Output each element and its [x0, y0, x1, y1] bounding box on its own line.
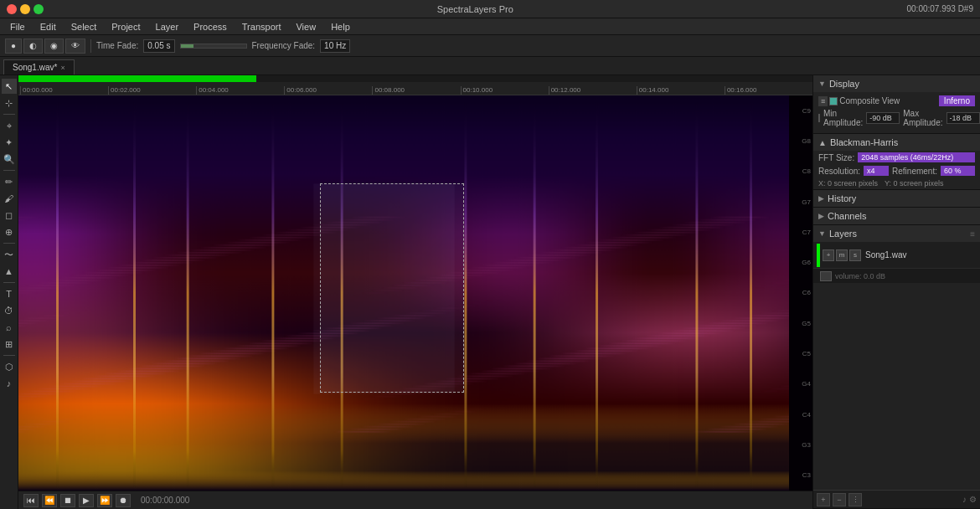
menu-help[interactable]: Help	[324, 20, 357, 33]
tab-song1[interactable]: Song1.wav* ×	[3, 59, 75, 75]
amp-checkbox[interactable]	[818, 114, 820, 122]
transport-stop[interactable]: ⏹	[60, 494, 75, 507]
toolbar-btn-2[interactable]: ◐	[23, 39, 43, 54]
toolbar-btn-3[interactable]: ◉	[44, 39, 64, 54]
freq-c6: C6	[802, 289, 811, 296]
tool-zoom[interactable]: 🔍	[2, 152, 17, 167]
transport-record[interactable]: ⏺	[116, 494, 131, 507]
toolbar: ● ◐ ◉ 👁 Time Fade: 0.05 s Frequency Fade…	[0, 35, 980, 57]
menu-transport[interactable]: Transport	[235, 20, 288, 33]
resolution-value[interactable]: x4	[864, 166, 889, 176]
tool-lasso[interactable]: ⌖	[2, 118, 17, 133]
tool-magic[interactable]: ✦	[2, 135, 17, 150]
toolbar-btn-4[interactable]: 👁	[65, 39, 85, 54]
tool-eraser[interactable]: ◻	[2, 208, 17, 223]
layers-header[interactable]: ▼ Layers ≡	[813, 225, 980, 242]
close-dot[interactable]	[7, 4, 17, 14]
time-fade-slider[interactable]	[180, 44, 247, 49]
menu-edit[interactable]: Edit	[34, 20, 63, 33]
frequency-labels: C9 G8 C8 G7 C7 G6 C6 G5 C5 G4 C4 G3 C3	[789, 95, 812, 491]
composite-label: Composite View	[839, 96, 900, 105]
composite-value-btn[interactable]: Inferno	[939, 95, 975, 106]
history-header-label: History	[828, 193, 856, 203]
time-ruler[interactable]: 00:00.000 00:02.000 00:04.000 00:06.000 …	[18, 82, 812, 95]
left-toolbar: ↖ ⊹ ⌖ ✦ 🔍 ✏ 🖌 ◻ ⊕ 〜 ▲ T ⏱ ⌕ ⊞ ⬡ ♪	[0, 75, 18, 509]
refinement-value[interactable]: 60 %	[941, 166, 975, 176]
rb-speaker-icon[interactable]: ♪	[962, 495, 967, 504]
spectrogram-container[interactable]: C9 G8 C8 G7 C7 G6 C6 G5 C5 G4 C4 G3 C3	[18, 95, 812, 491]
history-header[interactable]: ▶ History	[813, 190, 980, 207]
layers-menu-icon[interactable]: ≡	[970, 229, 975, 239]
tool-speaker[interactable]: ♪	[2, 376, 17, 391]
display-header[interactable]: ▼ Display	[813, 75, 980, 92]
tool-text[interactable]: T	[2, 286, 17, 301]
freq-g5: G5	[802, 320, 811, 327]
toolbar-btn-1[interactable]: ●	[5, 39, 22, 54]
app-title: SpectraLayers Pro	[44, 4, 906, 14]
layer-m-btn[interactable]: m	[836, 249, 848, 261]
tool-search-zoom[interactable]: ⌕	[2, 320, 17, 335]
timeline-progress	[18, 75, 256, 82]
transport-time: 00:00:00.000	[141, 496, 189, 505]
ruler-mark-6: 00:12.000	[549, 86, 637, 95]
maximize-dot[interactable]	[34, 4, 44, 14]
freq-fade-value[interactable]: 10 Hz	[320, 39, 350, 53]
tool-pencil[interactable]: ✏	[2, 174, 17, 189]
composite-checkbox[interactable]	[829, 97, 838, 105]
ruler-mark-4: 00:08.000	[372, 86, 460, 95]
bh-triangle-icon: ▲	[818, 138, 827, 147]
layer-s-btn[interactable]: s	[849, 249, 861, 261]
menu-file[interactable]: File	[3, 20, 32, 33]
menu-layer[interactable]: Layer	[149, 20, 186, 33]
freq-c3: C3	[802, 471, 811, 479]
tool-time[interactable]: ⏱	[2, 303, 17, 318]
fft-label: FFT Size:	[818, 153, 854, 162]
layer-sub-row-0: volume: 0.0 dB	[813, 269, 980, 284]
layer-icon-small[interactable]	[820, 271, 832, 281]
min-amp-input[interactable]	[866, 112, 900, 124]
fft-value[interactable]: 2048 samples (46ms/22Hz)	[858, 152, 975, 162]
menu-select[interactable]: Select	[64, 20, 104, 33]
tool-cursor[interactable]: ↖	[2, 79, 17, 94]
timeline-bar[interactable]	[18, 75, 812, 82]
tool-brush[interactable]: 🖌	[2, 191, 17, 206]
tool-zoom-h[interactable]: ⊞	[2, 337, 17, 352]
rb-btn-2[interactable]: −	[833, 493, 846, 506]
rb-btn-3[interactable]: ⋮	[848, 493, 862, 506]
tool-sep-1	[3, 114, 15, 115]
panel-menu-btn[interactable]: ≡	[818, 96, 828, 106]
layer-icons-0: + m s	[823, 249, 861, 261]
tab-close-btn[interactable]: ×	[60, 64, 64, 72]
max-amp-input[interactable]	[946, 112, 980, 124]
channels-header[interactable]: ▶ Channels	[813, 208, 980, 224]
layer-power-btn[interactable]: +	[823, 249, 834, 261]
blackman-harris-header[interactable]: ▲ Blackman-Harris	[813, 134, 980, 151]
transport-play[interactable]: ▶	[79, 494, 94, 507]
rb-settings-icon[interactable]: ⚙	[969, 495, 977, 504]
tool-select[interactable]: ⊹	[2, 95, 17, 111]
tool-sep-2	[3, 170, 15, 171]
layer-name-0[interactable]: Song1.wav	[864, 250, 977, 260]
time-fade-value[interactable]: 0.05 s	[143, 39, 174, 53]
composite-controls: ≡ Composite View	[818, 96, 936, 106]
minimize-dot[interactable]	[20, 4, 30, 14]
tool-amp[interactable]: ▲	[2, 264, 17, 279]
min-amp-label: Min Amplitude:	[823, 109, 863, 127]
tool-freq[interactable]: 〜	[2, 247, 17, 262]
transport-rewind[interactable]: ⏮	[23, 494, 39, 507]
transport-back[interactable]: ⏪	[42, 494, 57, 507]
freq-g6: G6	[802, 259, 811, 266]
tool-3d[interactable]: ⬡	[2, 359, 17, 374]
menu-view[interactable]: View	[289, 20, 322, 33]
transport-forward[interactable]: ⏩	[97, 494, 112, 507]
menu-process[interactable]: Process	[187, 20, 234, 33]
ruler-mark-3: 00:06.000	[284, 86, 372, 95]
tool-heal[interactable]: ⊕	[2, 224, 17, 239]
spectrogram-canvas	[18, 95, 789, 491]
freq-g3: G3	[802, 441, 811, 449]
menu-project[interactable]: Project	[105, 20, 147, 33]
max-amp-label: Max Amplitude:	[903, 109, 942, 127]
ruler-mark-7: 00:14.000	[637, 86, 725, 95]
freq-c4: C4	[802, 411, 811, 419]
rb-btn-1[interactable]: +	[817, 493, 830, 506]
